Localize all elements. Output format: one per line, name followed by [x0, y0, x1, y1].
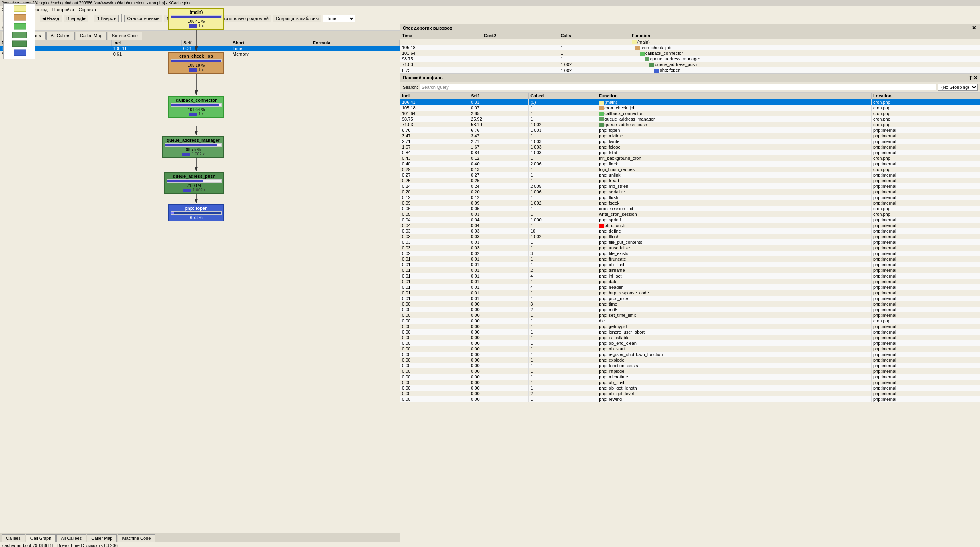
graph-canvas: (main) 106.41 % 1 x cron_check_job — [0, 57, 396, 224]
fp-col-self[interactable]: Self — [469, 93, 529, 99]
graph-area: (main) 106.41 % 1 x cron_check_job — [0, 57, 400, 533]
node-queue-address-manager[interactable]: queue_address_manager 98.75 % 1 002 x — [162, 136, 224, 158]
node-queue-adress-push[interactable]: queue_adress_push 71.03 % 1 002 x — [164, 172, 224, 194]
node-callback-connector[interactable]: callback_connector 101.64 % 1 x — [168, 96, 224, 118]
main-container: (main) Types Callers All Callers Callee … — [0, 24, 980, 547]
node-cron-check-job[interactable]: cron_check_job 105.18 % 1 x — [168, 57, 224, 74]
node-php-fopen[interactable]: php::fopen 6.73 % — [168, 204, 224, 221]
minimap — [3, 57, 35, 59]
fp-col-incl[interactable]: Incl. — [400, 93, 469, 99]
graph-viewport[interactable]: (main) 106.41 % 1 x cron_check_job — [0, 57, 400, 533]
left-panel: (main) Types Callers All Callers Callee … — [0, 24, 400, 547]
fp-col-function[interactable]: Function — [597, 93, 872, 99]
fp-col-called[interactable]: Called — [529, 93, 597, 99]
fp-col-location[interactable]: Location — [871, 93, 980, 99]
